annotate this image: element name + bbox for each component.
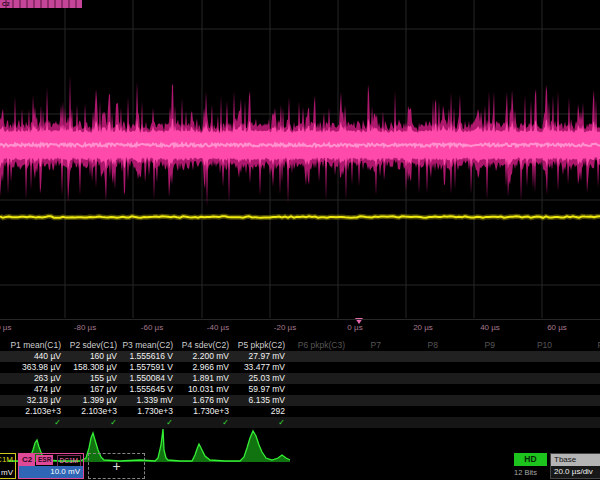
c2-channel-tab[interactable]: C2 <box>19 454 35 466</box>
measure-cell-p5-status: ✓ <box>232 417 288 428</box>
measure-cell-p2-status: ✓ <box>64 417 120 428</box>
measure-cell-p4-value: 2.200 mV <box>176 351 232 362</box>
c1-vertical-scale: 20.0 mV <box>0 468 13 477</box>
trace-label-badge: C2 <box>0 0 82 8</box>
time-axis-label-0: -100 µs <box>0 323 11 332</box>
channel-c2-descriptor[interactable]: C2 ESR DC1M 10.0 mV <box>18 453 84 479</box>
time-axis-label-4: -20 µs <box>274 323 296 332</box>
waveform-traces <box>0 0 600 318</box>
param-header-5[interactable]: P5 pkpk(C2) <box>232 340 288 351</box>
measure-row-status: ✓✓✓✓✓ <box>0 417 600 428</box>
hd-bits-label: 12 Bits <box>514 468 537 477</box>
measure-cell-p3-sdev: 1.339 mV <box>120 395 176 406</box>
measure-cell-p1-min: 263 µV <box>8 373 64 384</box>
c2-vertical-scale: 10.0 mV <box>19 466 83 478</box>
param-header-2[interactable]: P2 sdev(C1) <box>64 340 120 351</box>
time-axis-label-3: -40 µs <box>207 323 229 332</box>
measure-row-mean: 363.98 µV158.308 µV1.557591 V2.966 mV33.… <box>0 362 600 373</box>
measure-cell-p5-value: 27.97 mV <box>232 351 288 362</box>
param-header-4[interactable]: P4 sdev(C2) <box>176 340 232 351</box>
measure-row-min: 263 µV155 µV1.550084 V1.891 mV25.03 mV <box>0 373 600 384</box>
param-header-unused-6[interactable]: P6 pkpk(C3) <box>298 340 345 351</box>
measure-cell-p3-value: 1.555616 V <box>120 351 176 362</box>
time-axis-label-7: 40 µs <box>480 323 500 332</box>
measure-cell-p1-sdev: 32.18 µV <box>8 395 64 406</box>
time-axis-label-8: 60 µs <box>547 323 567 332</box>
measure-cell-p1-status: ✓ <box>8 417 64 428</box>
add-trace-button[interactable]: + <box>88 453 145 479</box>
hd-mode-badge[interactable]: HD <box>514 453 547 466</box>
measure-cell-p4-max: 10.031 mV <box>176 384 232 395</box>
measure-cell-p2-min: 155 µV <box>64 373 120 384</box>
measure-cell-p5-num: 292 <box>232 406 288 417</box>
measure-cell-p2-value: 160 µV <box>64 351 120 362</box>
measure-row-sdev: 32.18 µV1.399 µV1.339 mV1.676 mV6.135 mV <box>0 395 600 406</box>
measure-cell-p4-num: 1.730e+3 <box>176 406 232 417</box>
timebase-value: 20.0 µs/div <box>551 466 600 478</box>
measure-cell-p2-mean: 158.308 µV <box>64 362 120 373</box>
measure-cell-p2-sdev: 1.399 µV <box>64 395 120 406</box>
param-header-unused-10[interactable]: P10 <box>537 340 552 351</box>
c1-coupling-label: DC1M <box>0 455 13 464</box>
measure-cell-p1-value: 440 µV <box>8 351 64 362</box>
measure-cell-p3-mean: 1.557591 V <box>120 362 176 373</box>
measure-cell-p4-sdev: 1.676 mV <box>176 395 232 406</box>
measure-cell-p4-mean: 2.966 mV <box>176 362 232 373</box>
measure-table[interactable]: P1 mean(C1)P2 sdev(C1)P3 mean(C2)P4 sdev… <box>0 340 600 429</box>
param-header-unused-7[interactable]: P7 <box>371 340 381 351</box>
measure-cell-p4-status: ✓ <box>176 417 232 428</box>
measure-cell-p1-mean: 363.98 µV <box>8 362 64 373</box>
param-header-1[interactable]: P1 mean(C1) <box>8 340 64 351</box>
measure-cell-p1-num: 2.103e+3 <box>8 406 64 417</box>
measure-cell-p1-max: 474 µV <box>8 384 64 395</box>
timebase-label: Tbase <box>551 454 600 466</box>
measure-cell-p2-max: 167 µV <box>64 384 120 395</box>
measure-cell-p5-sdev: 6.135 mV <box>232 395 288 406</box>
time-axis-label-2: -60 µs <box>141 323 163 332</box>
measure-row-num: 2.103e+32.103e+31.730e+31.730e+3292 <box>0 406 600 417</box>
waveform-display[interactable]: C2 <box>0 0 600 318</box>
channel-c1-descriptor[interactable]: DC1M 20.0 mV <box>0 453 16 479</box>
measure-cell-p3-min: 1.550084 V <box>120 373 176 384</box>
measure-row-max: 474 µV167 µV1.555645 V10.031 mV59.97 mV <box>0 384 600 395</box>
time-axis-label-1: -80 µs <box>74 323 96 332</box>
time-axis-label-6: 20 µs <box>413 323 433 332</box>
measure-cell-p5-mean: 33.477 mV <box>232 362 288 373</box>
time-axis: -100 µs-80 µs-60 µs-40 µs-20 µs0 µs20 µs… <box>0 319 600 336</box>
time-axis-label-5: 0 µs <box>347 323 362 332</box>
param-header-3[interactable]: P3 mean(C2) <box>120 340 176 351</box>
oscilloscope-screen: C2 -100 µs-80 µs-60 µs-40 µs-20 µs0 µs20… <box>0 0 600 480</box>
measure-cell-p4-min: 1.891 mV <box>176 373 232 384</box>
timebase-descriptor[interactable]: Tbase 20.0 µs/div <box>550 453 600 479</box>
param-header-unused-9[interactable]: P9 <box>485 340 495 351</box>
measure-cell-p5-max: 59.97 mV <box>232 384 288 395</box>
measure-cell-p3-status: ✓ <box>120 417 176 428</box>
measure-cell-p5-min: 25.03 mV <box>232 373 288 384</box>
param-header-unused-8[interactable]: P8 <box>428 340 438 351</box>
c2-esr-badge: ESR <box>36 455 53 465</box>
measure-cell-p3-max: 1.555645 V <box>120 384 176 395</box>
measure-cell-p3-num: 1.730e+3 <box>120 406 176 417</box>
measure-row-value: 440 µV160 µV1.555616 V2.200 mV27.97 mV <box>0 351 600 362</box>
bottom-bar: DC1M 20.0 mV C2 ESR DC1M 10.0 mV + HD 12… <box>0 452 600 480</box>
measure-cell-p2-num: 2.103e+3 <box>64 406 120 417</box>
